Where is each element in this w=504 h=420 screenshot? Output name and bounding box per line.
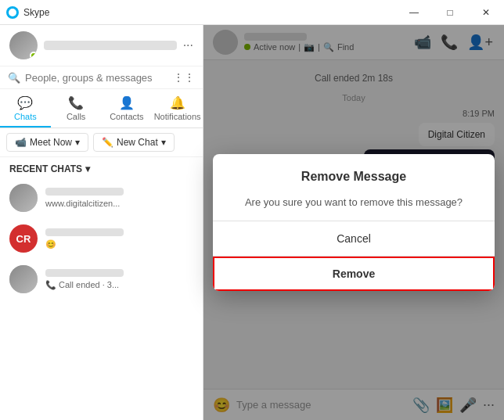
- chat-preview: www.digitalcitizen...: [45, 199, 193, 208]
- chat-preview: 😊: [45, 239, 193, 249]
- recent-chats-header: RECENT CHATS ▾: [0, 157, 203, 178]
- user-header: ···: [0, 25, 203, 66]
- titlebar: Skype — □ ✕: [0, 0, 504, 25]
- recent-chats-label: RECENT CHATS: [9, 163, 82, 174]
- user-name-placeholder: [44, 41, 177, 50]
- tab-contacts[interactable]: 👤 Contacts: [102, 92, 153, 127]
- meet-now-label: Meet Now: [30, 137, 72, 148]
- maximize-button[interactable]: □: [432, 0, 468, 25]
- tab-contacts-label: Contacts: [110, 112, 143, 121]
- nav-tabs: 💬 Chats 📞 Calls 👤 Contacts 🔔 Notificatio…: [0, 89, 203, 128]
- remove-button[interactable]: Remove: [213, 257, 495, 291]
- search-icon: 🔍: [8, 72, 20, 84]
- chat-list: www.digitalcitizen... CR 😊 📞 Call e: [0, 178, 203, 420]
- chat-name-placeholder: [45, 228, 124, 236]
- dialog-message: Are you sure you want to remove this mes…: [213, 190, 495, 221]
- list-item[interactable]: www.digitalcitizen...: [0, 178, 203, 218]
- chats-icon: 💬: [17, 95, 33, 110]
- avatar: [9, 31, 38, 59]
- contacts-icon: 👤: [119, 95, 135, 110]
- tab-notifications[interactable]: 🔔 Notifications: [152, 92, 203, 127]
- chat-info: 😊: [45, 228, 193, 249]
- chat-avatar: [9, 265, 38, 293]
- chat-avatar: CR: [9, 224, 38, 253]
- close-button[interactable]: ✕: [468, 0, 504, 25]
- cancel-button[interactable]: Cancel: [213, 221, 495, 257]
- new-chat-button[interactable]: ✏️ New Chat ▾: [93, 133, 175, 152]
- recent-chats-chevron: ▾: [85, 163, 90, 174]
- tab-chats-label: Chats: [14, 112, 37, 121]
- modal-overlay[interactable]: Remove Message Are you sure you want to …: [203, 25, 504, 420]
- remove-message-dialog: Remove Message Are you sure you want to …: [213, 154, 495, 291]
- video-icon: 📹: [15, 137, 27, 148]
- new-chat-chevron: ▾: [161, 137, 166, 148]
- sidebar: ··· 🔍 ⋮⋮ 💬 Chats 📞 Calls 👤 Contacts 🔔: [0, 25, 203, 420]
- edit-icon: ✏️: [102, 137, 113, 148]
- dialog-title: Remove Message: [213, 154, 495, 190]
- app-body: ··· 🔍 ⋮⋮ 💬 Chats 📞 Calls 👤 Contacts 🔔: [0, 25, 504, 420]
- new-chat-label: New Chat: [117, 137, 158, 148]
- avatar-status: [30, 52, 38, 59]
- chat-avatar: [9, 184, 38, 212]
- search-bar: 🔍 ⋮⋮: [0, 66, 203, 89]
- titlebar-left: Skype: [6, 6, 49, 19]
- tab-chats[interactable]: 💬 Chats: [0, 92, 51, 127]
- chat-name-placeholder: [45, 188, 124, 196]
- chat-info: www.digitalcitizen...: [45, 188, 193, 208]
- list-item[interactable]: CR 😊: [0, 218, 203, 259]
- titlebar-controls: — □ ✕: [396, 0, 504, 25]
- tab-calls[interactable]: 📞 Calls: [51, 92, 102, 127]
- minimize-button[interactable]: —: [396, 0, 432, 25]
- chat-info: 📞 Call ended · 3...: [45, 269, 193, 290]
- more-button[interactable]: ···: [183, 38, 193, 52]
- svg-point-0: [9, 9, 16, 16]
- tab-notifications-label: Notifications: [154, 112, 201, 121]
- list-item[interactable]: 📞 Call ended · 3...: [0, 259, 203, 300]
- meet-now-chevron: ▾: [75, 137, 80, 148]
- chat-preview: 📞 Call ended · 3...: [45, 280, 193, 290]
- chat-initials: CR: [16, 233, 31, 245]
- calls-icon: 📞: [68, 95, 84, 110]
- search-input[interactable]: [25, 72, 168, 84]
- titlebar-title: Skype: [23, 7, 49, 18]
- tab-calls-label: Calls: [67, 112, 85, 121]
- grid-icon[interactable]: ⋮⋮: [173, 71, 195, 84]
- chat-area: Active now | 📷 | 🔍 Find 📹 📞 👤+ Call ende…: [203, 25, 504, 420]
- app-icon: [6, 6, 19, 19]
- action-buttons: 📹 Meet Now ▾ ✏️ New Chat ▾: [0, 128, 203, 157]
- notifications-icon: 🔔: [170, 95, 185, 110]
- chat-name-placeholder: [45, 269, 124, 277]
- meet-now-button[interactable]: 📹 Meet Now ▾: [6, 133, 88, 152]
